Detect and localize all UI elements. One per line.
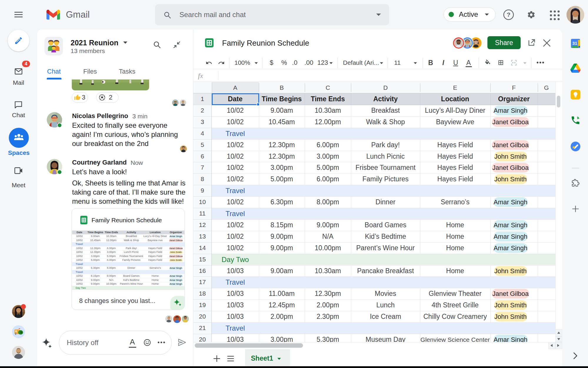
svg-text:?: ? bbox=[507, 11, 511, 18]
